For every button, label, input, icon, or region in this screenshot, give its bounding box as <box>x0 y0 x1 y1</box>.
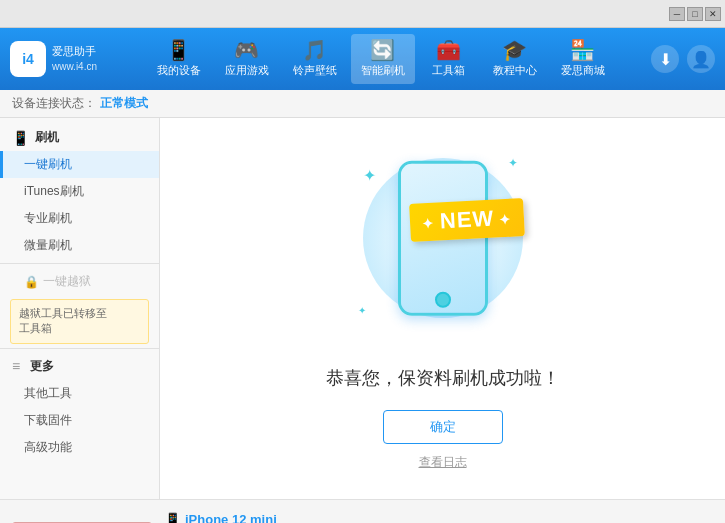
itunes-flash-label: iTunes刷机 <box>24 184 84 198</box>
advanced-label: 高级功能 <box>24 440 72 454</box>
header: i4 爱思助手 www.i4.cn 📱 我的设备 🎮 应用游戏 🎵 铃声壁纸 🔄… <box>0 28 725 90</box>
flash-section-label: 刷机 <box>35 129 59 146</box>
shop-icon: 🏪 <box>570 40 595 60</box>
sidebar-more-section: ≡ 更多 <box>0 353 159 380</box>
sparkle-3: ✦ <box>358 305 366 316</box>
one-key-flash-label: 一键刷机 <box>24 157 72 171</box>
nav-ringtone[interactable]: 🎵 铃声壁纸 <box>283 34 347 84</box>
tutorial-icon: 🎓 <box>502 40 527 60</box>
minimize-button[interactable]: ─ <box>669 7 685 21</box>
sidebar-item-one-key-flash[interactable]: 一键刷机 <box>0 151 159 178</box>
header-right: ⬇ 👤 <box>651 45 715 73</box>
smart-flash-icon: 🔄 <box>370 40 395 60</box>
lock-icon: 🔒 <box>24 275 39 289</box>
download-button[interactable]: ⬇ <box>651 45 679 73</box>
sidebar-item-itunes-flash[interactable]: iTunes刷机 <box>0 178 159 205</box>
logo-symbol: i4 <box>22 51 34 67</box>
sparkle-1: ✦ <box>363 166 376 185</box>
app-name: 爱思助手 <box>52 44 97 59</box>
sidebar-item-micro-flash[interactable]: 微量刷机 <box>0 232 159 259</box>
phone-home-button <box>435 292 451 308</box>
device-info: 📱 iPhone 12 mini 64GB Down-12mini-13.1 <box>164 512 277 524</box>
title-bar: ─ □ ✕ <box>0 0 725 28</box>
sidebar-item-advanced[interactable]: 高级功能 <box>0 434 159 461</box>
flash-section-icon: 📱 <box>12 130 29 146</box>
user-button[interactable]: 👤 <box>687 45 715 73</box>
window-controls: ─ □ ✕ <box>669 7 721 21</box>
status-label: 设备连接状态： <box>12 95 96 112</box>
nav-tutorial[interactable]: 🎓 教程中心 <box>483 34 547 84</box>
nav-shop[interactable]: 🏪 爱思商城 <box>551 34 615 84</box>
micro-flash-label: 微量刷机 <box>24 238 72 252</box>
hero-illustration: ✦ ✦ ✦ NEW <box>343 146 543 346</box>
logo-text: 爱思助手 www.i4.cn <box>52 44 97 73</box>
jailbreak-label: 一键越狱 <box>43 273 91 290</box>
sidebar-divider-1 <box>0 263 159 264</box>
nav-bar: 📱 我的设备 🎮 应用游戏 🎵 铃声壁纸 🔄 智能刷机 🧰 工具箱 🎓 教程中心… <box>110 34 651 84</box>
bottom-bar: ✓ 自动敢送 ✓ 跳过向导 📱 iPhone 12 mini 64GB Down… <box>0 499 725 523</box>
apps-games-icon: 🎮 <box>234 40 259 60</box>
status-value: 正常模式 <box>100 95 148 112</box>
sidebar-item-pro-flash[interactable]: 专业刷机 <box>0 205 159 232</box>
toolbox-icon: 🧰 <box>436 40 461 60</box>
view-log-link[interactable]: 查看日志 <box>419 454 467 471</box>
app-logo: i4 <box>10 41 46 77</box>
logo-area: i4 爱思助手 www.i4.cn <box>10 41 110 77</box>
app-url: www.i4.cn <box>52 60 97 74</box>
content-area: ✦ ✦ ✦ NEW 恭喜您，保资料刷机成功啦！ 确定 查看日志 <box>160 118 725 499</box>
close-button[interactable]: ✕ <box>705 7 721 21</box>
nav-my-device[interactable]: 📱 我的设备 <box>147 34 211 84</box>
main-container: 📱 刷机 一键刷机 iTunes刷机 专业刷机 微量刷机 🔒 一键越狱 越狱工具… <box>0 118 725 499</box>
confirm-button-label: 确定 <box>430 418 456 436</box>
sidebar-notice-jailbreak: 越狱工具已转移至工具箱 <box>10 299 149 344</box>
sidebar-item-jailbreak-disabled: 🔒 一键越狱 <box>0 268 159 295</box>
new-badge: NEW <box>409 198 525 242</box>
pro-flash-label: 专业刷机 <box>24 211 72 225</box>
nav-apps-games[interactable]: 🎮 应用游戏 <box>215 34 279 84</box>
sidebar-item-other-tools[interactable]: 其他工具 <box>0 380 159 407</box>
download-firmware-label: 下载固件 <box>24 413 72 427</box>
more-section-label: 更多 <box>30 358 54 375</box>
device-phone-icon: 📱 <box>164 512 181 524</box>
status-bar: 设备连接状态： 正常模式 <box>0 90 725 118</box>
nav-toolbox[interactable]: 🧰 工具箱 <box>419 34 479 84</box>
sidebar-flash-section: 📱 刷机 <box>0 124 159 151</box>
confirm-button[interactable]: 确定 <box>383 410 503 444</box>
more-section-icon: ≡ <box>12 358 20 374</box>
other-tools-label: 其他工具 <box>24 386 72 400</box>
sparkle-2: ✦ <box>508 156 518 170</box>
ringtone-icon: 🎵 <box>302 40 327 60</box>
maximize-button[interactable]: □ <box>687 7 703 21</box>
my-device-icon: 📱 <box>166 40 191 60</box>
sidebar-divider-2 <box>0 348 159 349</box>
notice-text: 越狱工具已转移至工具箱 <box>19 307 107 334</box>
sidebar-item-download-firmware[interactable]: 下载固件 <box>0 407 159 434</box>
success-message: 恭喜您，保资料刷机成功啦！ <box>326 366 560 390</box>
device-name-label: iPhone 12 mini <box>185 512 277 523</box>
device-name: 📱 iPhone 12 mini <box>164 512 277 524</box>
nav-smart-flash[interactable]: 🔄 智能刷机 <box>351 34 415 84</box>
sidebar: 📱 刷机 一键刷机 iTunes刷机 专业刷机 微量刷机 🔒 一键越狱 越狱工具… <box>0 118 160 499</box>
